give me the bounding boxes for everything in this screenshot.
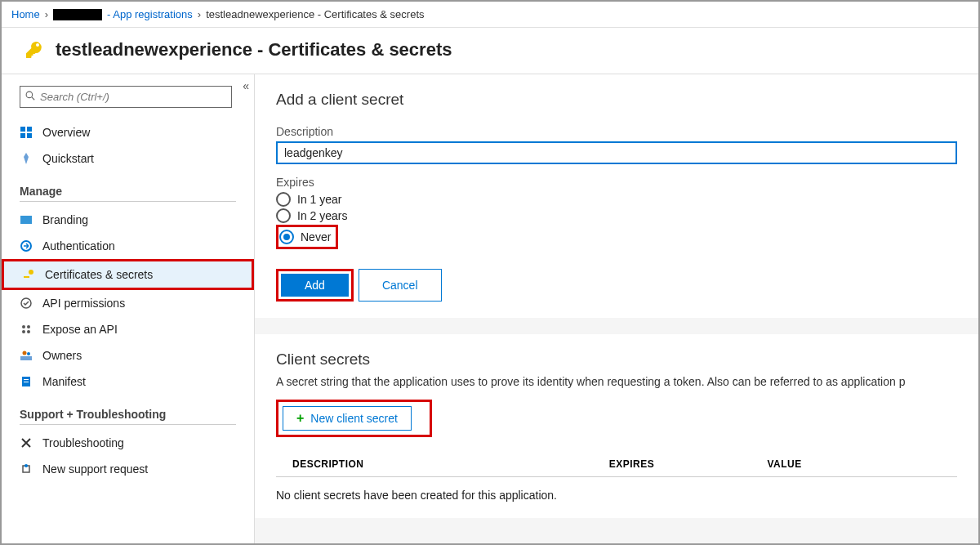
svg-rect-17 (20, 356, 32, 360)
empty-message: No client secrets have been created for … (276, 477, 957, 502)
new-client-secret-button[interactable]: + New client secret (283, 406, 412, 431)
sidebar-item-label: Manifest (42, 375, 86, 388)
sidebar-item-overview[interactable]: Overview (2, 119, 254, 145)
sidebar-section-manage: Manage (20, 176, 236, 202)
svg-point-14 (27, 330, 30, 333)
sidebar-item-owners[interactable]: Owners (2, 342, 254, 369)
breadcrumb-home[interactable]: Home (11, 8, 40, 20)
chevron-right-icon: › (198, 8, 201, 20)
radio-icon (276, 192, 291, 207)
sidebar-item-certificates[interactable]: Certificates & secrets (4, 261, 252, 288)
description-label: Description (276, 125, 957, 138)
people-icon (20, 349, 33, 362)
svg-point-12 (27, 325, 30, 328)
sidebar-item-manifest[interactable]: Manifest (2, 369, 254, 395)
client-secrets-panel: Client secrets A secret string that the … (255, 334, 978, 518)
radio-icon-selected (279, 230, 294, 244)
sidebar-item-expose-api[interactable]: Expose an API (2, 316, 254, 342)
sidebar-item-quickstart[interactable]: Quickstart (2, 145, 254, 172)
svg-rect-3 (27, 127, 32, 132)
svg-point-16 (27, 352, 30, 355)
svg-point-22 (24, 464, 28, 467)
svg-rect-9 (24, 276, 29, 278)
svg-rect-2 (20, 127, 25, 132)
sidebar-item-label: Authentication (42, 239, 115, 252)
rocket-icon (20, 152, 33, 165)
svg-rect-20 (24, 382, 29, 382)
radio-1year[interactable]: In 1 year (276, 192, 957, 207)
key-icon (22, 268, 35, 281)
sidebar: « Overview Quickstart Manage Branding (2, 74, 255, 543)
search-icon (25, 91, 35, 103)
sidebar-item-label: Overview (42, 126, 90, 139)
form-title: Add a client secret (276, 91, 957, 109)
svg-point-0 (26, 92, 33, 98)
breadcrumb-current: testleadnewexperience - Certificates & s… (206, 8, 424, 20)
plus-icon: + (296, 411, 304, 426)
tag-icon (20, 213, 33, 226)
manifest-icon (20, 375, 33, 388)
support-icon (20, 462, 33, 476)
sidebar-item-api-permissions[interactable]: API permissions (2, 290, 254, 316)
svg-rect-4 (20, 133, 25, 138)
sidebar-item-label: New support request (42, 462, 148, 476)
auth-icon (20, 239, 33, 252)
sidebar-item-authentication[interactable]: Authentication (2, 233, 254, 259)
radio-label: In 2 years (297, 209, 347, 222)
col-expires: EXPIRES (609, 458, 768, 470)
description-input[interactable] (276, 141, 957, 164)
radio-label: Never (301, 230, 331, 243)
sidebar-item-label: Owners (42, 349, 82, 362)
key-icon (24, 40, 44, 60)
breadcrumb: Home › - App registrations › testleadnew… (2, 2, 978, 28)
sidebar-item-label: API permissions (42, 297, 125, 310)
permission-icon (20, 297, 33, 310)
add-button[interactable]: Add (281, 274, 349, 297)
table-header: DESCRIPTION EXPIRES VALUE (276, 452, 957, 477)
sidebar-section-support: Support + Troubleshooting (20, 400, 236, 425)
radio-never[interactable]: Never (279, 230, 331, 244)
search-box[interactable] (20, 86, 232, 108)
sidebar-item-troubleshooting[interactable]: Troubleshooting (2, 430, 254, 456)
search-input[interactable] (35, 89, 226, 105)
sidebar-item-new-support[interactable]: New support request (2, 456, 254, 482)
cancel-button[interactable]: Cancel (359, 269, 442, 302)
svg-point-8 (29, 270, 33, 275)
secrets-table: DESCRIPTION EXPIRES VALUE No client secr… (276, 452, 957, 502)
radio-icon (276, 208, 291, 223)
svg-point-15 (23, 351, 27, 355)
sidebar-item-label: Troubleshooting (42, 436, 124, 449)
breadcrumb-app-registrations[interactable]: - App registrations (107, 8, 193, 20)
wrench-icon (20, 436, 33, 449)
button-label: New client secret (310, 412, 398, 425)
col-description: DESCRIPTION (276, 458, 609, 470)
collapse-icon[interactable]: « (243, 79, 249, 92)
svg-point-11 (22, 325, 25, 328)
chevron-right-icon: › (45, 8, 48, 20)
content-area: Add a client secret Description Expires … (255, 74, 978, 543)
page-title: testleadnewexperience - Certificates & s… (56, 39, 452, 60)
add-client-secret-panel: Add a client secret Description Expires … (255, 74, 978, 318)
api-icon (20, 323, 33, 336)
radio-2years[interactable]: In 2 years (276, 208, 957, 223)
client-secrets-title: Client secrets (276, 351, 957, 369)
sidebar-item-label: Quickstart (42, 152, 94, 165)
sidebar-item-label: Certificates & secrets (45, 268, 153, 281)
sidebar-item-label: Branding (42, 213, 88, 226)
breadcrumb-redacted (53, 9, 102, 20)
svg-rect-5 (27, 133, 32, 138)
svg-line-1 (32, 97, 34, 100)
sidebar-item-label: Expose an API (42, 323, 118, 336)
svg-rect-6 (20, 216, 32, 224)
svg-rect-19 (24, 379, 29, 380)
radio-label: In 1 year (297, 193, 341, 206)
col-value: VALUE (767, 458, 957, 470)
sidebar-item-branding[interactable]: Branding (2, 207, 254, 233)
grid-icon (20, 126, 33, 139)
client-secrets-description: A secret string that the application use… (276, 375, 957, 388)
page-header: testleadnewexperience - Certificates & s… (2, 28, 978, 74)
expires-label: Expires (276, 176, 957, 189)
svg-point-13 (22, 330, 25, 333)
